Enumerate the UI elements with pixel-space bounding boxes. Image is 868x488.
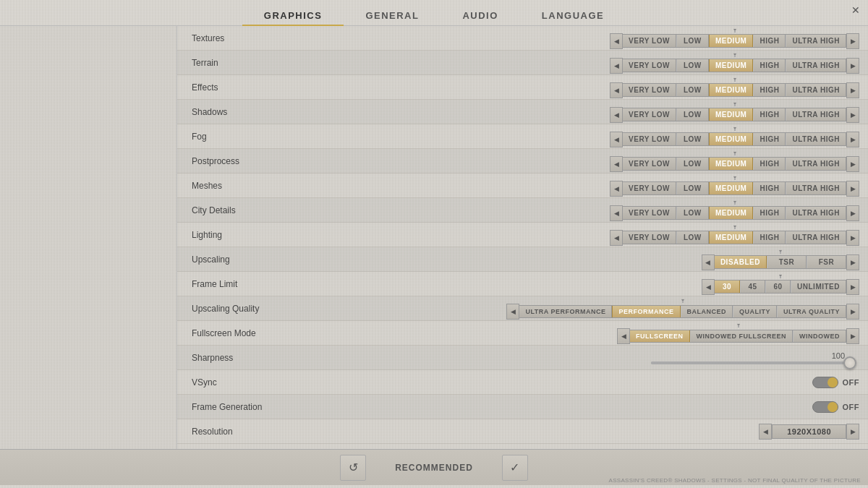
quality-opt-meshes-3[interactable]: HIGH	[753, 182, 786, 194]
left-arrow-lighting[interactable]: ◀	[610, 230, 623, 246]
quality-opt-upscaling-2[interactable]: FSR	[807, 256, 846, 268]
quality-opt-shadows-4[interactable]: ULTRA HIGH	[786, 108, 846, 121]
tab-graphics[interactable]: GRAPHICS	[242, 6, 344, 25]
quality-opt-meshes-2[interactable]: MEDIUM	[709, 182, 754, 194]
right-arrow-meshes[interactable]: ▶	[846, 181, 859, 197]
quality-opt-city-details-3[interactable]: HIGH	[753, 207, 786, 219]
quality-opt-textures-1[interactable]: LOW	[676, 35, 709, 47]
quality-opt-effects-0[interactable]: VERY LOW	[623, 84, 676, 96]
quality-opt-fog-1[interactable]: LOW	[676, 133, 709, 145]
quality-opt-upscaling-quality-1[interactable]: PERFORMANCE	[612, 306, 680, 317]
quality-opt-city-details-4[interactable]: ULTRA HIGH	[786, 207, 846, 219]
quality-opt-shadows-1[interactable]: LOW	[676, 108, 709, 121]
quality-opt-meshes-4[interactable]: ULTRA HIGH	[786, 182, 846, 194]
slider-track-sharpness[interactable]	[651, 361, 854, 364]
right-arrow-frame-limit[interactable]: ▶	[846, 279, 859, 295]
quality-opt-postprocess-2[interactable]: MEDIUM	[709, 158, 754, 170]
right-arrow-fullscreen-mode[interactable]: ▶	[846, 328, 859, 344]
left-arrow-city-details[interactable]: ◀	[610, 205, 623, 221]
quality-opt-shadows-2[interactable]: MEDIUM	[709, 108, 754, 121]
quality-opt-textures-4[interactable]: ULTRA HIGH	[786, 35, 846, 47]
right-arrow-textures[interactable]: ▶	[846, 33, 859, 49]
quality-opt-city-details-2[interactable]: MEDIUM	[709, 207, 754, 219]
left-arrow-upscaling[interactable]: ◀	[702, 254, 715, 270]
right-arrow-lighting[interactable]: ▶	[846, 230, 859, 246]
quality-opt-shadows-0[interactable]: VERY LOW	[623, 108, 676, 121]
quality-opt-textures-3[interactable]: HIGH	[753, 35, 786, 47]
quality-opt-meshes-0[interactable]: VERY LOW	[623, 182, 676, 194]
quality-opt-effects-2[interactable]: MEDIUM	[709, 84, 754, 96]
quality-opt-effects-3[interactable]: HIGH	[753, 84, 786, 96]
quality-opt-lighting-4[interactable]: ULTRA HIGH	[786, 231, 846, 244]
reset-button[interactable]: ↺	[340, 455, 366, 481]
quality-opt-frame-limit-2[interactable]: 60	[765, 281, 791, 293]
quality-opt-postprocess-0[interactable]: VERY LOW	[623, 158, 676, 170]
slider-thumb-sharpness[interactable]	[843, 356, 856, 369]
left-arrow-terrain[interactable]: ◀	[610, 58, 623, 74]
right-arrow-city-details[interactable]: ▶	[846, 205, 859, 221]
left-arrow-shadows[interactable]: ◀	[610, 107, 623, 123]
right-arrow-postprocess[interactable]: ▶	[846, 156, 859, 172]
left-arrow-fog[interactable]: ◀	[610, 132, 623, 147]
quality-opt-frame-limit-3[interactable]: UNLIMITED	[791, 281, 846, 293]
quality-opt-lighting-0[interactable]: VERY LOW	[623, 231, 676, 244]
quality-opt-frame-limit-0[interactable]: 30	[715, 281, 740, 293]
setting-label-postprocess: Postprocess	[186, 156, 331, 166]
toggle-vsync[interactable]	[812, 377, 838, 388]
resolution-left-arrow[interactable]: ◀	[759, 424, 772, 440]
quality-opt-textures-0[interactable]: VERY LOW	[623, 35, 676, 47]
quality-opt-textures-2[interactable]: MEDIUM	[709, 35, 754, 47]
quality-opt-fog-3[interactable]: HIGH	[753, 133, 786, 145]
quality-opt-lighting-2[interactable]: MEDIUM	[709, 231, 754, 244]
quality-opt-upscaling-quality-2[interactable]: BALANCED	[681, 306, 733, 317]
quality-opt-terrain-4[interactable]: ULTRA HIGH	[786, 59, 846, 72]
quality-opt-upscaling-quality-4[interactable]: ULTRA QUALITY	[777, 306, 846, 317]
quality-opt-upscaling-0[interactable]: DISABLED	[715, 256, 767, 268]
quality-opt-lighting-3[interactable]: HIGH	[753, 231, 786, 244]
left-arrow-textures[interactable]: ◀	[610, 33, 623, 49]
quality-opt-upscaling-quality-0[interactable]: ULTRA PERFORMANCE	[519, 306, 612, 317]
quality-opt-fullscreen-mode-1[interactable]: WINDOWED FULLSCREEN	[690, 330, 793, 342]
quality-opt-terrain-1[interactable]: LOW	[676, 59, 709, 72]
right-arrow-effects[interactable]: ▶	[846, 82, 859, 98]
quality-opt-terrain-0[interactable]: VERY LOW	[623, 59, 676, 72]
quality-opt-fog-2[interactable]: MEDIUM	[709, 133, 754, 145]
quality-opt-shadows-3[interactable]: HIGH	[753, 108, 786, 121]
quality-opt-city-details-1[interactable]: LOW	[676, 207, 709, 219]
toggle-frame-generation[interactable]	[812, 401, 838, 413]
left-arrow-frame-limit[interactable]: ◀	[702, 279, 715, 295]
quality-opt-meshes-1[interactable]: LOW	[676, 182, 709, 194]
quality-opt-postprocess-3[interactable]: HIGH	[753, 158, 786, 170]
quality-opt-upscaling-quality-3[interactable]: QUALITY	[733, 306, 777, 317]
right-arrow-fog[interactable]: ▶	[846, 132, 859, 147]
quality-opt-terrain-2[interactable]: MEDIUM	[709, 59, 754, 72]
left-arrow-upscaling-quality[interactable]: ◀	[506, 304, 519, 320]
tab-language[interactable]: LANGUAGE	[520, 6, 626, 25]
quality-opt-city-details-0[interactable]: VERY LOW	[623, 207, 676, 219]
quality-opt-terrain-3[interactable]: HIGH	[753, 59, 786, 72]
quality-opt-fullscreen-mode-0[interactable]: FULLSCREEN	[630, 330, 690, 342]
right-arrow-upscaling-quality[interactable]: ▶	[846, 304, 859, 320]
right-arrow-terrain[interactable]: ▶	[846, 58, 859, 74]
tab-general[interactable]: GENERAL	[344, 6, 441, 25]
quality-opt-postprocess-1[interactable]: LOW	[676, 158, 709, 170]
confirm-button[interactable]: ✓	[502, 455, 528, 481]
right-arrow-upscaling[interactable]: ▶	[846, 254, 859, 270]
quality-opt-effects-1[interactable]: LOW	[676, 84, 709, 96]
quality-opt-effects-4[interactable]: ULTRA HIGH	[786, 84, 846, 96]
left-arrow-meshes[interactable]: ◀	[610, 181, 623, 197]
quality-opt-postprocess-4[interactable]: ULTRA HIGH	[786, 158, 846, 170]
quality-opt-lighting-1[interactable]: LOW	[676, 231, 709, 244]
setting-control-fog: ▾◀VERY LOWLOWMEDIUMHIGHULTRA HIGH▶	[331, 126, 859, 147]
tab-audio[interactable]: AUDIO	[441, 6, 519, 25]
resolution-right-arrow[interactable]: ▶	[846, 424, 859, 440]
quality-opt-fullscreen-mode-2[interactable]: WINDOWED	[793, 330, 846, 342]
right-arrow-shadows[interactable]: ▶	[846, 107, 859, 123]
left-arrow-fullscreen-mode[interactable]: ◀	[617, 328, 630, 344]
quality-opt-upscaling-1[interactable]: TSR	[767, 256, 807, 268]
quality-opt-fog-4[interactable]: ULTRA HIGH	[786, 133, 846, 145]
quality-opt-fog-0[interactable]: VERY LOW	[623, 133, 676, 145]
left-arrow-effects[interactable]: ◀	[610, 82, 623, 98]
quality-opt-frame-limit-1[interactable]: 45	[740, 281, 765, 293]
left-arrow-postprocess[interactable]: ◀	[610, 156, 623, 172]
